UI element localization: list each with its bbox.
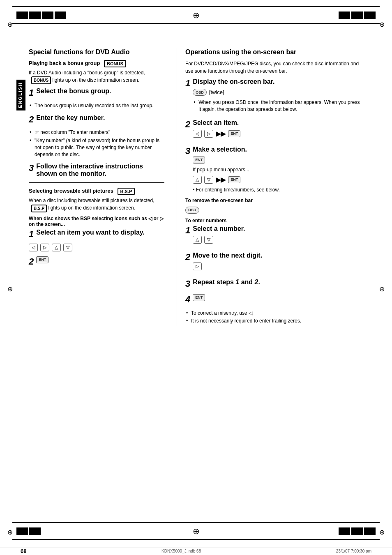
right-arrow-button[interactable]: ▷ <box>40 244 49 251</box>
ent-button[interactable]: ENT <box>36 256 48 263</box>
header-block <box>29 527 41 535</box>
bottom-blocks-left <box>16 527 41 535</box>
header-block <box>351 12 363 19</box>
step-heading: Make a selection. <box>193 146 247 153</box>
header-block <box>16 12 28 19</box>
next-digit-button: ▷ <box>193 263 362 270</box>
right-column: Operations using the on-screen bar For D… <box>177 48 362 326</box>
step-heading: Select an item. <box>193 119 239 126</box>
right-crosshair-icon: ⊕ <box>379 21 385 28</box>
divider <box>29 182 164 183</box>
step-number: 2 <box>29 256 34 267</box>
right-bottom-crosshair-icon: ⊕ <box>379 528 385 536</box>
footer: 68 KDNX5000_J.indb 68 23/1/07 7:00:30 pm <box>0 548 392 554</box>
ent-button[interactable]: ENT <box>193 294 205 301</box>
onscreen-step-3: 3 Make a selection. ENT If pop-up menu a… <box>185 146 362 193</box>
bullet-item: To correct a misentry, use ◁. <box>191 310 362 317</box>
step-number: 1 <box>29 229 34 240</box>
top-header-bar: ⊕ <box>12 6 380 24</box>
center-crosshair-icon: ⊕ <box>193 10 200 20</box>
ent-button[interactable]: ENT <box>228 176 240 183</box>
step-number: 3 <box>185 146 190 157</box>
header-block <box>364 12 376 19</box>
left-crosshair-icon: ⊕ <box>7 21 13 28</box>
left-section-title: Special functions for DVD Audio <box>29 48 164 56</box>
step-number: 1 <box>29 88 34 98</box>
up-arrow-button[interactable]: △ <box>52 244 61 251</box>
bsp-intro-text: When a disc including browsable still pi… <box>29 197 164 212</box>
bonus-group-section: Playing back a bonus group BONUS If a DV… <box>29 60 164 177</box>
footer-file: KDNX5000_J.indb 68 <box>161 549 201 553</box>
bsp-bold-note: When disc shows the BSP selecting icons … <box>29 216 164 227</box>
bullet-item: It is not necessarily required to enter … <box>191 318 362 325</box>
osd-button-row: OSD [twice] <box>193 89 362 96</box>
step-number: 3 <box>29 163 34 173</box>
bullet-item: "Key number" (a kind of password) for th… <box>35 137 164 158</box>
double-arrow-icon: ▶▶ <box>216 130 226 138</box>
left-arrow-button[interactable]: ◁ <box>193 130 202 138</box>
onscreen-step-1: 1 Display the on-screen bar. OSD [twice]… <box>185 78 362 114</box>
header-block <box>42 12 53 19</box>
header-blocks-left <box>16 12 66 19</box>
up-tri-button[interactable]: △ <box>193 236 202 244</box>
make-selection-buttons: ENT <box>193 157 362 164</box>
language-tab: ENGLISH <box>16 80 25 111</box>
select-number-buttons: △ ▽ <box>193 236 362 244</box>
left-arrow-button[interactable]: ◁ <box>29 244 38 251</box>
osd-button[interactable]: OSD <box>185 207 199 214</box>
left-bottom-crosshair-icon: ⊕ <box>7 528 13 536</box>
header-block <box>16 527 28 535</box>
down-arrow-button[interactable]: ▽ <box>63 244 72 251</box>
step-number: 2 <box>185 252 190 263</box>
bonus-intro-text: If a DVD Audio including a "bonus group"… <box>29 69 164 84</box>
page: ⊕ ⊕ ⊕ ENGLISH Special functions for DVD … <box>0 6 392 555</box>
bonus-badge: BONUS <box>104 60 126 67</box>
header-blocks-right <box>339 12 376 19</box>
remove-bar-button-row: OSD <box>185 207 362 214</box>
header-block <box>364 527 376 535</box>
bonus-step-2: 2 Enter the key number. ☞ next column "T… <box>29 114 164 158</box>
bottom-center-crosshair-icon: ⊕ <box>193 526 200 536</box>
bsp-section: Selecting browsable still pictures B.S.P… <box>29 188 164 267</box>
right-arrow-button[interactable]: ▷ <box>193 263 202 270</box>
step-number: 3 <box>185 279 190 289</box>
ent-button[interactable]: ENT <box>193 157 205 164</box>
bullet-item: ☞ next column "To enter numbers" <box>35 129 164 136</box>
number-step-4: 4 ENT <box>185 294 362 305</box>
bsp-buttons: ◁ ▷ △ ▽ <box>29 244 164 251</box>
step-heading: Enter the key number. <box>36 114 105 122</box>
footer-date: 23/1/07 7:00:30 pm <box>336 549 371 553</box>
right-arrow-button[interactable]: ▷ <box>204 130 213 138</box>
bullet-item: When you press OSD once, the information… <box>198 99 362 113</box>
osd-button[interactable]: OSD <box>193 89 207 96</box>
down-tri-button[interactable]: ▽ <box>204 236 213 244</box>
remove-bar-section: To remove the on-screen bar OSD <box>185 198 362 214</box>
entering-note: • For entering time/numbers, see below. <box>193 187 362 193</box>
down-tri-button[interactable]: ▽ <box>204 176 213 184</box>
step-bullets: ☞ next column "To enter numbers" "Key nu… <box>29 129 164 158</box>
number-step-3: 3 Repeat steps 1 and 2. <box>185 279 362 289</box>
enter-numbers-heading: To enter numbers <box>185 218 362 223</box>
left-column: Special functions for DVD Audio Playing … <box>29 48 177 326</box>
bonus-step-3: 3 Follow the interactive instructions sh… <box>29 163 164 177</box>
bonus-step-1: 1 Select the bonus group. The bonus grou… <box>29 88 164 109</box>
bottom-blocks-right <box>339 527 376 535</box>
step-heading: Repeat steps 1 and 2. <box>193 279 260 286</box>
double-arrow-icon: ▶▶ <box>216 176 226 184</box>
header-block <box>55 12 66 19</box>
page-number: 68 <box>21 548 26 554</box>
up-tri-button[interactable]: △ <box>193 176 202 184</box>
popup-buttons: △ ▽ ▶▶ ENT <box>193 176 362 184</box>
onscreen-step-2: 2 Select an item. ◁ ▷ ▶▶ ENT <box>185 119 362 141</box>
step-number: 4 <box>185 294 190 305</box>
enter-numbers-bullets: To correct a misentry, use ◁. It is not … <box>185 310 362 325</box>
main-content: Special functions for DVD Audio Playing … <box>0 24 392 350</box>
bottom-header-bar: ⊕ <box>12 522 380 540</box>
twice-label: [twice] <box>209 89 224 95</box>
step-heading: Move to the next digit. <box>193 252 262 259</box>
step-heading: Select a number. <box>193 225 245 232</box>
bsp-step-1: 1 Select an item you want to display. ◁ … <box>29 229 164 251</box>
bonus-group-heading: Playing back a bonus group BONUS <box>29 60 164 67</box>
enter-numbers-section: To enter numbers 1 Select a number. △ ▽ <box>185 218 362 325</box>
ent-button[interactable]: ENT <box>228 130 240 137</box>
